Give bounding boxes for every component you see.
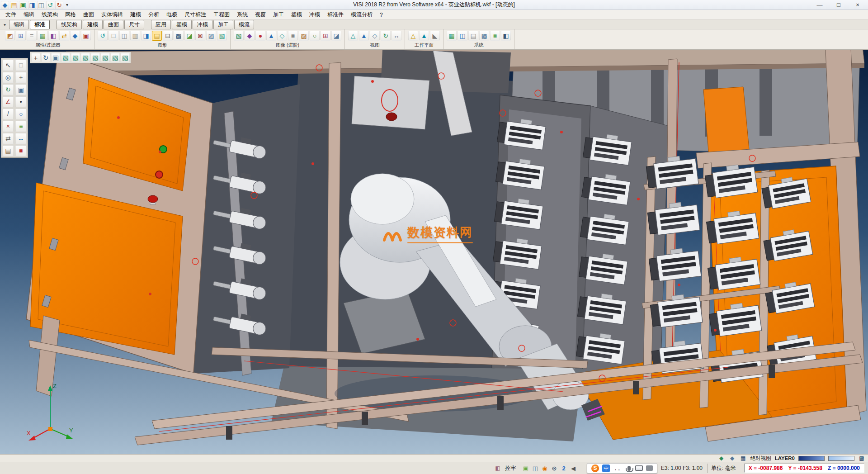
workplane-xy-icon[interactable]: △ xyxy=(408,31,418,41)
menu-item[interactable]: 网格 xyxy=(61,10,80,19)
view-previous-icon[interactable]: ↔ xyxy=(392,31,401,41)
layer-palette-icon[interactable]: ▩ xyxy=(858,455,865,462)
group-icon[interactable]: ⊟ xyxy=(163,31,173,41)
ribbon-tab[interactable]: 加工 xyxy=(213,20,233,29)
maximize-button[interactable]: □ xyxy=(829,0,848,9)
workplane-indicator-icon[interactable]: ◆ xyxy=(718,455,725,462)
zoom-icon[interactable]: ◎ xyxy=(3,72,14,83)
filter-icon[interactable]: ⊞ xyxy=(16,31,26,41)
view-rotate-icon[interactable]: ↻ xyxy=(381,31,391,41)
view-mode-label[interactable]: 绝对视图 xyxy=(750,455,771,462)
move-icon[interactable]: ↔ xyxy=(15,133,26,144)
color-filter-icon[interactable]: ◧ xyxy=(48,31,58,41)
menu-item[interactable]: 模流分析 xyxy=(347,10,376,19)
menu-item[interactable]: 塑模 xyxy=(288,10,306,19)
properties-list-icon[interactable]: ≡ xyxy=(27,31,37,41)
system-list-icon[interactable]: ▤ xyxy=(468,31,478,41)
ribbon-tab[interactable]: 标准 xyxy=(30,20,50,29)
menu-item[interactable]: 系统 xyxy=(233,10,251,19)
element-filter-icon[interactable]: ◆ xyxy=(70,31,80,41)
workplane-new-icon[interactable]: ▲ xyxy=(419,31,429,41)
cube-view-iso-icon[interactable]: ▧ xyxy=(121,53,130,62)
ribbon-tab[interactable]: 编辑 xyxy=(9,20,29,29)
page-copy-icon[interactable]: ◫ xyxy=(119,31,129,41)
mirror-icon[interactable]: ⇄ xyxy=(3,133,14,144)
shadow-icon[interactable]: ▲ xyxy=(266,31,276,41)
keyboard-icon[interactable] xyxy=(635,465,643,471)
reset-filter-icon[interactable]: ▣ xyxy=(81,31,91,41)
ribbon-tab[interactable]: 应用 xyxy=(151,20,171,29)
wireframe-icon[interactable]: ⊠ xyxy=(195,31,205,41)
pinwheel-icon[interactable]: ◉ xyxy=(541,465,548,472)
active-layer-label[interactable]: LAYER0 xyxy=(775,455,795,461)
material-icon[interactable]: ◆ xyxy=(245,31,255,41)
show-all-icon[interactable]: ▧ xyxy=(217,31,227,41)
menu-item[interactable]: 标准件 xyxy=(324,10,347,19)
notification-count[interactable]: 2 xyxy=(560,465,567,472)
trim-icon[interactable]: × xyxy=(3,121,14,132)
menu-item[interactable]: 加工 xyxy=(269,10,288,19)
new-file-icon[interactable]: ▤ xyxy=(10,1,18,9)
fit-view-icon[interactable]: ▣ xyxy=(15,84,26,95)
ime-punctuation-toggle[interactable]: ，。 xyxy=(613,465,623,472)
layers-icon[interactable]: ▤ xyxy=(3,145,14,156)
compare-icon[interactable]: ⊞ xyxy=(321,31,330,41)
menu-item[interactable]: 尺寸标注 xyxy=(181,10,210,19)
hide-icon[interactable]: ▨ xyxy=(206,31,216,41)
highlight-page-icon[interactable]: ▤ xyxy=(152,31,162,41)
cube-view-front-icon[interactable]: ▧ xyxy=(71,53,80,62)
menu-item[interactable]: 工程图 xyxy=(210,10,233,19)
line-icon[interactable]: / xyxy=(3,109,14,119)
layer-color-swatch[interactable] xyxy=(798,456,825,461)
section-icon[interactable]: ▨ xyxy=(299,31,309,41)
render-mode-icon[interactable]: ▣ xyxy=(522,465,529,472)
circle-icon[interactable]: ○ xyxy=(15,109,26,119)
view-indicator-icon[interactable]: ◆ xyxy=(729,455,736,462)
ime-toolbox-icon[interactable] xyxy=(646,465,653,471)
view-iso-icon[interactable]: ◇ xyxy=(370,31,380,41)
cube-view-top-icon[interactable]: ▧ xyxy=(61,53,70,62)
render-icon[interactable]: ▧ xyxy=(234,31,244,41)
redo-icon[interactable]: ↻ xyxy=(55,1,63,9)
workplane-align-icon[interactable]: ◣ xyxy=(430,31,440,41)
menu-item[interactable]: 文件 xyxy=(2,10,20,19)
clock-icon[interactable]: ⊙ xyxy=(551,465,558,472)
undo-icon[interactable]: ↺ xyxy=(46,1,54,9)
system-half-icon[interactable]: ◧ xyxy=(501,31,511,41)
refresh-graphics-icon[interactable]: ↺ xyxy=(98,31,108,41)
select-arrow-icon[interactable]: ↖ xyxy=(3,60,14,71)
lock-label[interactable]: 拴牢 xyxy=(505,465,516,472)
snap-paint-icon[interactable]: ◧ xyxy=(494,465,501,472)
menu-item[interactable]: 建模 xyxy=(127,10,145,19)
page-stack-icon[interactable]: ▥ xyxy=(130,31,140,41)
quick-access-dropdown-icon[interactable]: ▾ xyxy=(64,2,70,7)
offset-icon[interactable]: ≡ xyxy=(15,121,26,132)
attributes-icon[interactable]: ◩ xyxy=(5,31,15,41)
blank-page-icon[interactable]: □ xyxy=(108,31,118,41)
workplane-origin-icon[interactable]: + xyxy=(31,53,40,62)
ribbon-tab[interactable]: 曲面 xyxy=(104,20,123,29)
app-icon[interactable]: ◆ xyxy=(1,1,9,9)
point-icon[interactable]: • xyxy=(15,96,26,107)
view-top-icon[interactable]: △ xyxy=(348,31,358,41)
menu-item[interactable]: 分析 xyxy=(145,10,163,19)
background-color-swatch[interactable] xyxy=(828,456,854,461)
transparency-icon[interactable]: ◇ xyxy=(277,31,287,41)
menu-item[interactable]: 编辑 xyxy=(20,10,38,19)
ime-logo-icon[interactable]: S xyxy=(591,465,599,472)
view-refresh-icon[interactable]: ↻ xyxy=(41,53,50,62)
swap-filter-icon[interactable]: ⇄ xyxy=(59,31,69,41)
volume-icon[interactable]: ◀ xyxy=(570,465,577,472)
layer-filter-icon[interactable]: ▦ xyxy=(38,31,47,41)
view-front-icon[interactable]: ▲ xyxy=(359,31,369,41)
zoom-fit-icon[interactable]: ▣ xyxy=(51,53,60,62)
blue-page-icon[interactable]: ◨ xyxy=(141,31,151,41)
analysis-view-icon[interactable]: ◪ xyxy=(331,31,341,41)
grid-settings-icon[interactable]: ▦ xyxy=(447,31,457,41)
cube-view-bottom-icon[interactable]: ▧ xyxy=(111,53,120,62)
tabbar-dropdown-icon[interactable]: ▾ xyxy=(2,22,8,27)
close-button[interactable]: × xyxy=(848,0,867,9)
menu-item[interactable]: 冲模 xyxy=(306,10,324,19)
microphone-icon[interactable] xyxy=(627,466,631,471)
menu-item[interactable]: 线架构 xyxy=(38,10,61,19)
